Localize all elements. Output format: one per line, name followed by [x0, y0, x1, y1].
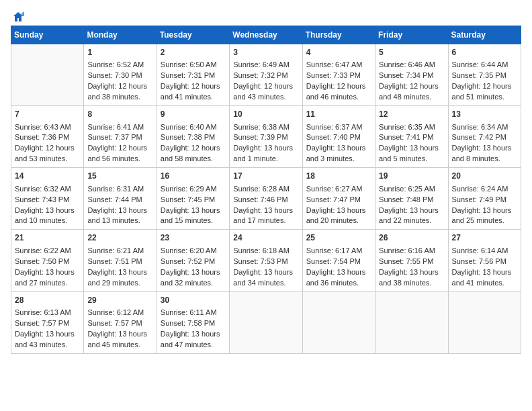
day-cell: 12Sunrise: 6:35 AMSunset: 7:41 PMDayligh… [375, 106, 448, 168]
sunset-time: Sunset: 7:33 PM [306, 71, 361, 79]
day-cell: 17Sunrise: 6:28 AMSunset: 7:46 PMDayligh… [230, 168, 302, 230]
sunset-time: Sunset: 7:40 PM [306, 133, 361, 141]
day-cell: 24Sunrise: 6:18 AMSunset: 7:53 PMDayligh… [230, 230, 302, 291]
day-number: 26 [379, 232, 444, 244]
sunrise-time: Sunrise: 6:37 AM [306, 123, 363, 131]
sunset-time: Sunset: 7:52 PM [161, 257, 215, 265]
day-number: 30 [161, 295, 226, 306]
day-number: 9 [161, 109, 226, 120]
daylight-hours: Daylight: 13 hours and 45 minutes. [87, 330, 147, 349]
day-number: 4 [306, 47, 371, 58]
sunset-time: Sunset: 7:53 PM [233, 257, 287, 265]
day-number: 3 [233, 47, 298, 58]
daylight-hours: Daylight: 13 hours and 43 minutes. [15, 330, 75, 349]
week-row-0: 1Sunrise: 6:52 AMSunset: 7:30 PMDaylight… [11, 44, 521, 106]
day-cell: 30Sunrise: 6:11 AMSunset: 7:58 PMDayligh… [157, 291, 229, 353]
day-number: 5 [379, 47, 444, 58]
sunset-time: Sunset: 7:57 PM [87, 319, 142, 327]
day-cell: 26Sunrise: 6:16 AMSunset: 7:55 PMDayligh… [375, 230, 448, 291]
day-number: 12 [379, 109, 444, 120]
day-cell [375, 291, 448, 353]
sunset-time: Sunset: 7:47 PM [306, 195, 361, 203]
sunset-time: Sunset: 7:39 PM [233, 133, 287, 141]
sunrise-time: Sunrise: 6:50 AM [161, 60, 217, 68]
sunset-time: Sunset: 7:56 PM [452, 257, 506, 265]
sunrise-time: Sunrise: 6:43 AM [15, 123, 71, 131]
sunrise-time: Sunrise: 6:44 AM [452, 60, 508, 68]
sunset-time: Sunset: 7:50 PM [15, 257, 69, 265]
day-cell: 23Sunrise: 6:20 AMSunset: 7:52 PMDayligh… [157, 230, 229, 291]
sunrise-time: Sunrise: 6:11 AM [161, 308, 217, 316]
day-number: 8 [87, 109, 152, 120]
sunrise-time: Sunrise: 6:35 AM [379, 123, 435, 131]
daylight-hours: Daylight: 13 hours and 8 minutes. [452, 144, 512, 163]
daylight-hours: Daylight: 12 hours and 51 minutes. [452, 82, 512, 101]
sunset-time: Sunset: 7:48 PM [379, 195, 433, 203]
sunset-time: Sunset: 7:57 PM [15, 319, 69, 327]
day-cell: 9Sunrise: 6:40 AMSunset: 7:38 PMDaylight… [157, 106, 229, 168]
sunrise-time: Sunrise: 6:22 AM [15, 246, 71, 255]
day-number: 27 [452, 232, 517, 244]
header-row: SundayMondayTuesdayWednesdayThursdayFrid… [11, 26, 521, 44]
day-number: 10 [233, 109, 298, 120]
daylight-hours: Daylight: 13 hours and 27 minutes. [15, 268, 75, 287]
daylight-hours: Daylight: 13 hours and 34 minutes. [233, 268, 293, 287]
sunrise-time: Sunrise: 6:18 AM [233, 246, 290, 255]
column-header-friday: Friday [375, 26, 448, 44]
day-number: 1 [87, 47, 152, 58]
day-number: 2 [161, 47, 226, 58]
day-cell: 29Sunrise: 6:12 AMSunset: 7:57 PMDayligh… [84, 291, 157, 353]
sunrise-time: Sunrise: 6:20 AM [161, 246, 217, 255]
sunrise-time: Sunrise: 6:31 AM [87, 185, 144, 193]
daylight-hours: Daylight: 12 hours and 43 minutes. [233, 82, 293, 101]
day-number: 25 [306, 232, 371, 244]
day-number: 24 [233, 232, 298, 244]
day-cell: 18Sunrise: 6:27 AMSunset: 7:47 PMDayligh… [302, 168, 375, 230]
daylight-hours: Daylight: 13 hours and 10 minutes. [15, 206, 75, 225]
day-cell: 2Sunrise: 6:50 AMSunset: 7:31 PMDaylight… [157, 44, 229, 106]
column-header-sunday: Sunday [11, 26, 84, 44]
day-number: 20 [452, 171, 517, 182]
day-cell [302, 291, 375, 353]
sunrise-time: Sunrise: 6:52 AM [87, 60, 144, 68]
daylight-hours: Daylight: 12 hours and 58 minutes. [161, 144, 220, 163]
sunrise-time: Sunrise: 6:25 AM [379, 185, 435, 193]
sunset-time: Sunset: 7:30 PM [87, 71, 142, 79]
sunset-time: Sunset: 7:38 PM [161, 133, 215, 141]
day-number: 15 [87, 171, 152, 182]
day-cell: 10Sunrise: 6:38 AMSunset: 7:39 PMDayligh… [230, 106, 302, 168]
day-cell [11, 44, 84, 106]
day-cell [230, 291, 302, 353]
day-cell: 8Sunrise: 6:41 AMSunset: 7:37 PMDaylight… [84, 106, 157, 168]
sunset-time: Sunset: 7:51 PM [87, 257, 142, 265]
sunset-time: Sunset: 7:58 PM [161, 319, 215, 327]
sunrise-time: Sunrise: 6:27 AM [306, 185, 363, 193]
week-row-4: 28Sunrise: 6:13 AMSunset: 7:57 PMDayligh… [11, 291, 521, 353]
sunrise-time: Sunrise: 6:17 AM [306, 246, 363, 255]
daylight-hours: Daylight: 13 hours and 15 minutes. [161, 206, 220, 225]
day-cell: 25Sunrise: 6:17 AMSunset: 7:54 PMDayligh… [302, 230, 375, 291]
daylight-hours: Daylight: 13 hours and 38 minutes. [379, 268, 439, 287]
day-cell: 20Sunrise: 6:24 AMSunset: 7:49 PMDayligh… [448, 168, 521, 230]
logo-bird-icon [12, 11, 24, 23]
day-number: 7 [15, 109, 80, 120]
logo [11, 11, 24, 20]
sunrise-time: Sunrise: 6:46 AM [379, 60, 435, 68]
sunrise-time: Sunrise: 6:21 AM [87, 246, 144, 255]
day-number: 6 [452, 47, 517, 58]
sunset-time: Sunset: 7:37 PM [87, 133, 142, 141]
daylight-hours: Daylight: 13 hours and 1 minute. [233, 144, 293, 163]
sunrise-time: Sunrise: 6:47 AM [306, 60, 363, 68]
daylight-hours: Daylight: 13 hours and 32 minutes. [161, 268, 220, 287]
day-number: 17 [233, 171, 298, 182]
daylight-hours: Daylight: 13 hours and 25 minutes. [452, 206, 512, 225]
day-cell: 4Sunrise: 6:47 AMSunset: 7:33 PMDaylight… [302, 44, 375, 106]
daylight-hours: Daylight: 12 hours and 46 minutes. [306, 82, 366, 101]
daylight-hours: Daylight: 13 hours and 29 minutes. [87, 268, 147, 287]
daylight-hours: Daylight: 13 hours and 5 minutes. [379, 144, 439, 163]
sunset-time: Sunset: 7:44 PM [87, 195, 142, 203]
sunrise-time: Sunrise: 6:29 AM [161, 185, 217, 193]
day-number: 22 [87, 232, 152, 244]
day-number: 11 [306, 109, 371, 120]
calendar-header: SundayMondayTuesdayWednesdayThursdayFrid… [11, 26, 521, 44]
